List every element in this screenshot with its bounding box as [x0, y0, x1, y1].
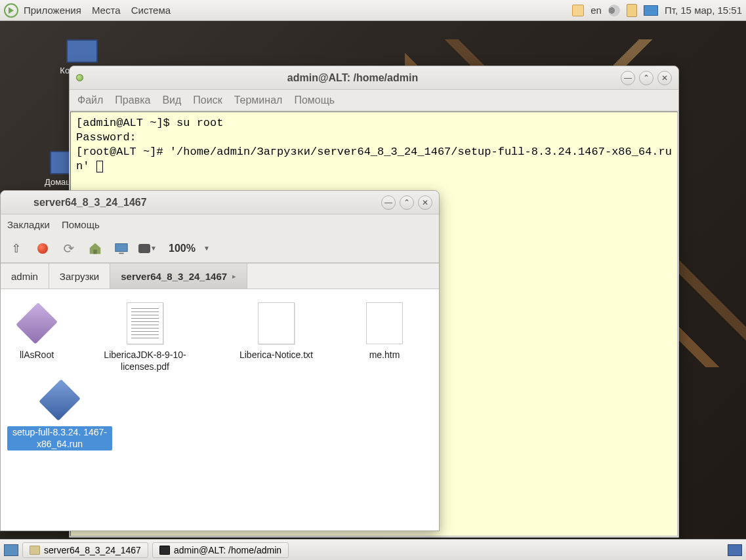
- menu-applications[interactable]: Приложения: [24, 5, 81, 16]
- fm-pathbar: admin Загрузки server64_8_3_24_1467▸: [1, 263, 439, 289]
- file-item[interactable]: me.htm: [355, 302, 414, 372]
- task-label: server64_8_3_24_1467: [44, 545, 141, 555]
- taskbar-task-fm[interactable]: server64_8_3_24_1467: [22, 542, 148, 558]
- fm-toolbar: ⇧ ⟳ ▼ 100% ▼: [1, 234, 439, 263]
- menu-help[interactable]: Помощь: [62, 219, 100, 230]
- file-item[interactable]: Liberica-Notice.txt: [224, 302, 329, 372]
- reload-button[interactable]: ⟳: [60, 239, 78, 258]
- terminal-menubar: Файл Правка Вид Поиск Терминал Помощь: [70, 90, 678, 111]
- terminal-icon: [159, 546, 170, 555]
- file-label: LibericaJDK-8-9-10-licenses.pdf: [93, 350, 197, 372]
- window-title: server64_8_3_24_1467: [33, 197, 377, 209]
- panel-tray: en Пт, 15 мар, 15:51: [572, 4, 742, 17]
- volume-icon[interactable]: [608, 5, 620, 16]
- task-label: admin@ALT: /home/admin: [174, 545, 281, 555]
- text-file-icon: [258, 302, 295, 344]
- executable-icon: [39, 379, 81, 421]
- workspace-switcher-icon[interactable]: [728, 544, 742, 556]
- computer-icon: [114, 241, 129, 256]
- network-icon[interactable]: [644, 5, 658, 16]
- minimize-button[interactable]: —: [621, 71, 635, 85]
- lock-icon[interactable]: [572, 5, 584, 16]
- home-icon: [88, 241, 102, 256]
- menu-system[interactable]: Система: [131, 5, 171, 16]
- computer-button[interactable]: [112, 239, 131, 258]
- folder-icon: [30, 546, 40, 555]
- fm-menubar: Закладки Помощь: [1, 214, 439, 234]
- fm-file-area[interactable]: llAsRoot LibericaJDK-8-9-10-licenses.pdf…: [1, 289, 439, 530]
- view-icon: [138, 244, 150, 253]
- svg-rect-2: [119, 252, 123, 254]
- top-panel: Приложения Места Система en Пт, 15 мар, …: [0, 0, 746, 21]
- terminal-titlebar[interactable]: admin@ALT: /home/admin — ⌃ ✕: [70, 66, 678, 90]
- menu-terminal[interactable]: Терминал: [234, 94, 283, 106]
- file-item[interactable]: llAsRoot: [7, 302, 66, 372]
- chevron-down-icon[interactable]: ▼: [203, 245, 210, 252]
- clipboard-icon[interactable]: [627, 4, 637, 17]
- window-indicator-icon: [76, 74, 83, 81]
- breadcrumb-current[interactable]: server64_8_3_24_1467▸: [110, 264, 247, 289]
- computer-icon: [66, 39, 98, 63]
- panel-menus: Приложения Места Система: [24, 5, 178, 16]
- terminal-line: [admin@ALT ~]$ su root: [76, 117, 223, 129]
- menu-file[interactable]: Файл: [77, 94, 103, 106]
- svg-rect-0: [93, 249, 97, 253]
- breadcrumb-label: server64_8_3_24_1467: [121, 271, 227, 282]
- maximize-button[interactable]: ⌃: [400, 195, 414, 210]
- show-desktop-button[interactable]: [4, 544, 18, 556]
- file-label: Liberica-Notice.txt: [224, 350, 329, 361]
- taskbar-task-terminal[interactable]: admin@ALT: /home/admin: [152, 542, 289, 558]
- minimize-button[interactable]: —: [381, 195, 396, 210]
- breadcrumb-label: Загрузки: [60, 271, 99, 282]
- up-button[interactable]: ⇧: [7, 239, 26, 258]
- bottom-taskbar: server64_8_3_24_1467 admin@ALT: /home/ad…: [0, 539, 746, 560]
- close-button[interactable]: ✕: [418, 195, 432, 210]
- distro-logo-icon[interactable]: [4, 3, 18, 18]
- fm-titlebar[interactable]: server64_8_3_24_1467 — ⌃ ✕: [1, 191, 439, 214]
- stop-icon: [37, 243, 48, 254]
- executable-icon: [16, 302, 58, 344]
- chevron-down-icon: ▼: [150, 245, 157, 252]
- file-label: llAsRoot: [7, 350, 66, 361]
- menu-places[interactable]: Места: [92, 5, 121, 16]
- keyboard-layout-indicator[interactable]: en: [591, 5, 602, 16]
- file-label: setup-full-8.3.24. 1467-x86_64.run: [7, 426, 112, 450]
- menu-bookmarks[interactable]: Закладки: [7, 219, 50, 230]
- home-button[interactable]: [86, 239, 104, 258]
- breadcrumb-admin[interactable]: admin: [1, 264, 49, 289]
- maximize-button[interactable]: ⌃: [639, 71, 653, 85]
- view-mode-button[interactable]: ▼: [138, 239, 157, 258]
- cursor-icon: [96, 161, 103, 172]
- chevron-right-icon: ▸: [232, 272, 236, 281]
- pdf-icon: [127, 302, 163, 344]
- file-item-selected[interactable]: setup-full-8.3.24. 1467-x86_64.run: [7, 379, 112, 450]
- svg-rect-1: [115, 243, 127, 251]
- clock[interactable]: Пт, 15 мар, 15:51: [665, 5, 742, 16]
- window-title: admin@ALT: /home/admin: [89, 72, 617, 84]
- terminal-line: Password:: [76, 131, 136, 144]
- file-manager-window[interactable]: server64_8_3_24_1467 — ⌃ ✕ Закладки Помо…: [0, 190, 440, 531]
- menu-help[interactable]: Помощь: [294, 94, 335, 106]
- terminal-line: [root@ALT ~]# '/home/admin/Загрузки/serv…: [76, 146, 672, 172]
- menu-view[interactable]: Вид: [162, 94, 181, 106]
- breadcrumb-downloads[interactable]: Загрузки: [49, 264, 110, 289]
- stop-button[interactable]: [33, 239, 52, 258]
- file-label: me.htm: [355, 350, 414, 361]
- close-button[interactable]: ✕: [657, 71, 672, 85]
- file-item[interactable]: LibericaJDK-8-9-10-licenses.pdf: [93, 302, 197, 372]
- menu-search[interactable]: Поиск: [193, 94, 222, 106]
- html-file-icon: [366, 302, 403, 344]
- breadcrumb-label: admin: [11, 271, 38, 282]
- zoom-level: 100%: [169, 243, 196, 254]
- menu-edit[interactable]: Правка: [115, 94, 150, 106]
